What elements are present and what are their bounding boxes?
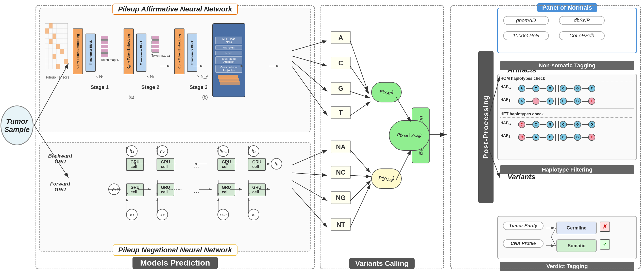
gru-cell-back-1: GRUcell [126,158,144,171]
svg-rect-73 [53,54,56,59]
hom-check-label: HOM haplotypes check [500,76,632,82]
stage-3-label: Stage 3 [190,84,208,90]
gru-cell-fwd-4: GRUcell [248,183,266,196]
x2-node: x₂ [157,209,168,220]
panel-normals-title: Panel of Normals [537,3,597,12]
xt1-node: xₜ₋₁ [217,209,229,220]
transformer-block-s1: Transformer Block [86,34,96,72]
colorsdb-pill: CoLoRSdb [559,31,605,40]
tumor-sample: Tumor Sample [1,105,33,145]
conv-block-s2-1: Conv Token Embedding [124,28,134,74]
ny-label: × N_y [197,74,208,79]
output-ng: NG [331,191,351,204]
cna-profile-pill: CNA Profile [503,239,544,248]
prob-combined-text: P(yAff | yNeg) [397,133,421,138]
n2-label: × N₂ [146,74,154,79]
stage-1-label: Stage 1 [91,84,109,90]
germline-cross-icon: ✗ [600,222,610,232]
variants-calling-box: Variants Calling A C G T NA NC NG NT P(y… [320,5,444,269]
pnnn-title: Pileup Negational Neural Network [113,244,238,256]
prob-aff-circle: P(yAff) [371,82,402,102]
variants-calling-label: Variants Calling [349,258,415,269]
hap-g-chain-hom: A C G C G T [518,85,595,92]
output-a: A [331,31,351,44]
post-processing-label: Post-Processing [478,51,494,203]
hap-divider [500,109,634,109]
svg-rect-75 [56,64,60,69]
ht1-node: hₜ₋₁ [217,145,229,157]
ht-left-node: hₜ [108,183,120,195]
hap-g-label-1: HAPG [500,84,511,90]
haplotype-box: HOM haplotypes check HAPG A C G C G T HA… [497,74,637,160]
hap-s-label-1: HAPS [500,97,511,102]
svg-line-81 [551,228,556,237]
transformer-block-s2: Transformer Block [136,34,146,72]
transformer-block-s3: Transformer Block [187,34,197,72]
panel-normals-box: Panel of Normals gnomAD dbSNP 1000G PoN … [497,8,637,53]
hap-g-chain-het: C C G C G G [518,121,595,128]
output-g: G [331,82,351,95]
h2-node: h₂ [157,145,168,157]
n1-label: × N₁ [96,74,104,79]
prob-combined-circle: P(yAff | yNeg) [389,120,430,151]
hap-s-label-2: HAPS [500,133,511,138]
pann-box: Pileup Affirmative Neural Network [39,8,311,132]
svg-rect-69 [53,34,56,39]
pnnn-box: Pileup Negational Neural Network Backwar… [39,142,311,252]
het-check-label: HET haplotypes check [500,112,632,118]
somatic-pill: Somatic [556,239,597,252]
token-map-x2: Token map x₂ [151,36,170,57]
xt-node: xₜ [248,209,259,220]
forward-gru-label: Forward GRU [45,181,75,193]
conv-block-s3-1: Conv Token Embedding [174,28,184,74]
prob-neg-text: P(yNeg) [379,176,394,182]
stage-3-ab: (b) [202,95,208,100]
svg-rect-71 [56,44,60,49]
transformer-final-block: MLP Headclass cls-token Norm Multi-HeadA… [212,23,245,97]
pileup-tensors: Pileup Tensors [45,23,70,79]
germline-pill: Germline [556,222,597,234]
ht-node-back: hₜ [248,145,259,157]
svg-rect-74 [64,59,68,64]
token-map-x1: Token map x₁ [101,36,119,62]
somatic-check-icon: ✓ [600,239,610,250]
output-nc: NC [331,166,351,179]
svg-rect-70 [49,39,53,44]
gru-cell-back-2: GRUcell [157,158,174,171]
verdict-box: Tumor Purity CNA Profile Germline Somati… [497,216,637,259]
models-prediction-label: Models Prediction [132,257,218,269]
backward-gru-label: Backward GRU [45,153,75,165]
svg-rect-67 [49,23,53,28]
output-c: C [331,57,351,69]
tumor-purity-pill: Tumor Purity [503,222,544,230]
haplotype-filtering-header: Haplotype Filtering [500,165,634,174]
stage-2-ab: (a) [129,95,134,100]
dots-backward: … [193,162,199,169]
verdict-tagging-header: Verdict Tagging [500,262,634,271]
ht-right-node: hₜ [271,158,282,169]
svg-rect-72 [60,49,64,54]
svg-rect-68 [45,28,49,34]
gru-cell-back-3: GRUcell [217,158,235,171]
prob-aff-text: P(yAff) [380,89,394,95]
output-na: NA [331,141,351,153]
dots-forward: … [193,187,199,194]
pileup-tensors-label: Pileup Tensors [45,75,70,79]
svg-line-82 [551,237,556,246]
h1-node: h₁ [126,145,138,157]
gru-cell-fwd-1: GRUcell [126,183,144,196]
tensor-stack [218,75,240,85]
hap-g-label-2: HAPG [500,120,511,126]
non-somatic-tagging-header: Non-somatic Tagging [500,61,634,70]
hap-s-chain-het: C A G C G T [518,134,595,141]
gru-cell-fwd-2: GRUcell [157,183,174,196]
gnomad-pill: gnomAD [503,16,549,25]
prob-neg-circle: P(yNeg) [371,168,402,189]
x1-node: x₁ [126,209,138,220]
conv-block-s1-1: Conv Token Embedding [73,28,83,74]
hap-s-chain-hom: A T G C G T [518,98,595,105]
output-nt: NT [331,218,351,231]
pann-title: Pileup Affirmative Neural Network [112,4,238,15]
gru-cell-fwd-3: GRUcell [217,183,235,196]
output-t: T [331,106,351,119]
